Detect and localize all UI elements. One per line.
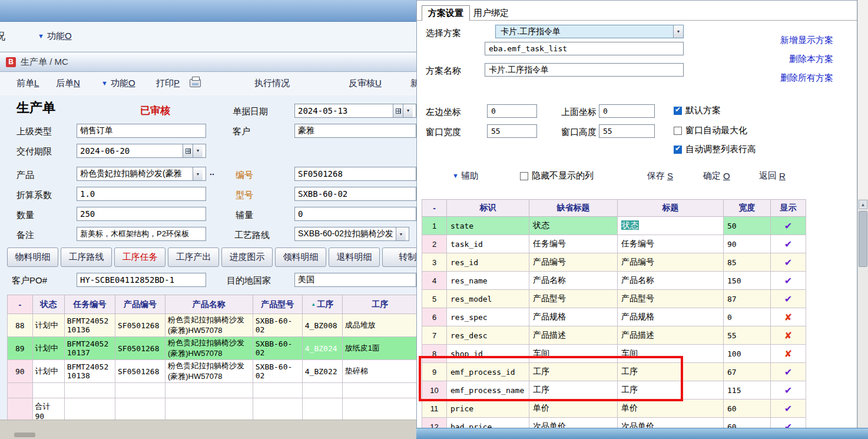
tab-progress-chart[interactable]: 进度图示 (221, 247, 273, 267)
state-cell[interactable]: 计划中 (32, 360, 64, 383)
menu-item-function[interactable]: ▼功能O (101, 78, 135, 89)
dropdown-arrow-button[interactable]: ▼ (403, 104, 413, 117)
res-name-cell[interactable]: 粉色贵妃拉扣躺椅沙发(豪雅)HW57078 (165, 314, 253, 337)
title-cell[interactable]: 产品规格 (618, 308, 724, 326)
scrollbar-thumb[interactable] (859, 211, 867, 267)
scheme-name-input[interactable]: 卡片.工序指令单 (485, 63, 684, 77)
window-height-input[interactable]: 55 (599, 124, 655, 138)
horizontal-scrollbar-thumb[interactable] (14, 433, 35, 437)
tab-process-task[interactable]: 工序任务 (114, 247, 165, 267)
assist-menu-button[interactable]: ▼ 辅助 (452, 170, 479, 181)
header-process-sorted[interactable]: ▲工序 (302, 295, 342, 314)
display-flag-cell[interactable] (771, 290, 806, 308)
default-title-cell[interactable]: 产品描述 (529, 326, 618, 345)
identifier-cell[interactable]: res_spec (447, 308, 529, 326)
grid-row[interactable]: 6 res_spec 产品规格 产品规格 0 (422, 308, 806, 326)
confirm-button[interactable]: 确定O (703, 170, 730, 181)
vertical-scrollbar[interactable]: ▲ (857, 0, 868, 439)
state-cell[interactable]: 计划中 (32, 314, 64, 337)
display-flag-cell[interactable] (771, 326, 806, 345)
menu-item-print[interactable]: 打印P (156, 78, 180, 89)
identifier-cell[interactable]: task_id (447, 235, 529, 253)
header-dash[interactable]: - (422, 200, 447, 217)
width-cell[interactable]: 150 (724, 272, 771, 290)
code-input[interactable]: SF0501268 (294, 167, 416, 181)
row-number[interactable]: 1 (422, 217, 447, 235)
row-number[interactable]: 88 (8, 314, 33, 337)
grid-row[interactable]: 4 res_name 产品名称 产品名称 150 (422, 272, 806, 290)
display-flag-cell[interactable] (771, 235, 806, 253)
display-flag-cell[interactable] (771, 363, 806, 381)
header-identifier[interactable]: 标识 (447, 200, 529, 217)
header-task-id[interactable]: 任务编号 (64, 295, 115, 314)
grid-row-selected[interactable]: 1 state 状态 状态 50 (422, 217, 806, 235)
tab-picking-detail[interactable]: 领料明细 (275, 247, 326, 267)
row-number[interactable]: 8 (422, 345, 447, 363)
table-name-input[interactable]: eba.emf_task_list (485, 42, 684, 55)
grid-row[interactable]: 3 res_id 产品编号 产品编号 85 (422, 253, 806, 272)
return-button[interactable]: 返回R (759, 170, 786, 181)
tab-material-detail[interactable]: 物料明细 (7, 247, 58, 267)
res-name-cell[interactable]: 粉色贵妃拉扣躺椅沙发(豪雅)HW57078 (165, 360, 253, 383)
delete-this-scheme-link[interactable]: 删除本方案 (780, 54, 833, 65)
table-row[interactable]: 90 计划中 BFMT2405210138 SF0501268 粉色贵妃拉扣躺椅… (8, 360, 418, 383)
product-more-button[interactable]: .. (210, 167, 214, 177)
display-flag-cell[interactable] (771, 345, 806, 363)
menu-item-function-top[interactable]: ▼ 功能O (38, 31, 72, 42)
title-cell[interactable]: 产品编号 (618, 253, 724, 272)
res-model-cell[interactable]: SXBB-60-02 (253, 337, 302, 360)
tab-transfer-clipped[interactable]: 转制 (382, 247, 418, 267)
tab-process-route[interactable]: 工序路线 (61, 247, 112, 267)
row-number[interactable]: 2 (422, 235, 447, 253)
scheme-select[interactable]: 卡片.工序指令单 ▼ (495, 25, 684, 38)
scroll-up-button[interactable]: ▲ (859, 200, 867, 209)
default-title-cell[interactable]: 产品规格 (529, 308, 618, 326)
menu-item-unaudit[interactable]: 反审核U (349, 78, 382, 89)
header-title[interactable]: 标题 (618, 200, 724, 217)
default-title-cell[interactable]: 产品型号 (529, 290, 618, 308)
process-name-cell[interactable]: 垫碎棉 (342, 360, 418, 383)
process-name-cell[interactable]: 放纸皮1面 (342, 337, 418, 360)
identifier-cell[interactable]: price (447, 400, 529, 418)
po-input[interactable]: HY-SCBE04112852BD-1 (77, 273, 206, 287)
res-id-cell[interactable]: SF0501268 (115, 337, 165, 360)
grid-row-highlighted[interactable]: 9 emf_process_id 工序 工序 67 (422, 363, 806, 381)
add-display-scheme-link[interactable]: 新增显示方案 (780, 35, 833, 46)
res-model-cell[interactable]: SXBB-60-02 (253, 360, 302, 383)
header-process-name[interactable]: 工序 (342, 295, 418, 314)
factor-input[interactable]: 1.0 (77, 187, 206, 201)
row-number[interactable]: 5 (422, 290, 447, 308)
process-id-cell[interactable]: 4_BZ008 (302, 314, 342, 337)
grid-row[interactable]: 5 res_model 产品型号 产品型号 87 (422, 290, 806, 308)
row-number[interactable]: 10 (422, 381, 447, 400)
grid-row[interactable]: 7 res_desc 产品描述 产品描述 55 (422, 326, 806, 345)
row-number[interactable]: 9 (422, 363, 447, 381)
calendar-picker-button[interactable] (393, 104, 403, 117)
identifier-cell[interactable]: res_id (447, 253, 529, 272)
tab-scheme-settings[interactable]: 方案设置 (422, 5, 470, 21)
header-res-model[interactable]: 产品型号 (253, 295, 302, 314)
table-row-selected[interactable]: 89 计划中 BFMT2405210137 SF0501268 粉色贵妃拉扣躺椅… (8, 337, 418, 360)
dropdown-arrow-button[interactable]: ▼ (193, 167, 203, 180)
identifier-cell[interactable]: res_model (447, 290, 529, 308)
window-width-input[interactable]: 55 (487, 124, 537, 138)
width-cell[interactable]: 90 (724, 235, 771, 253)
route-select[interactable]: SXBB-60-02拉扣躺椅沙发 ▼ (294, 227, 409, 241)
title-cell-editing[interactable]: 状态 (618, 217, 724, 235)
header-default-title[interactable]: 缺省标题 (529, 200, 618, 217)
res-id-cell[interactable]: SF0501268 (115, 360, 165, 383)
delete-all-schemes-link[interactable]: 删除所有方案 (780, 72, 833, 84)
row-number[interactable]: 6 (422, 308, 447, 326)
customer-input[interactable]: 豪雅 (294, 124, 416, 138)
default-title-cell[interactable]: 车间 (529, 345, 618, 363)
title-cell[interactable]: 产品描述 (618, 326, 724, 345)
table-row[interactable]: 88 计划中 BFMT2405210136 SF0501268 粉色贵妃拉扣躺椅… (8, 314, 418, 337)
row-number[interactable]: 7 (422, 326, 447, 345)
menu-item-next-doc[interactable]: 后单N (56, 78, 80, 89)
tab-process-output[interactable]: 工序产出 (168, 247, 219, 267)
title-cell[interactable]: 产品名称 (618, 272, 724, 290)
menu-item-prev-doc[interactable]: 前单L (16, 78, 39, 89)
display-flag-cell[interactable] (771, 217, 806, 235)
dropdown-arrow-button[interactable]: ▼ (673, 25, 683, 38)
res-name-cell[interactable]: 粉色贵妃拉扣躺椅沙发(豪雅)HW57078 (165, 337, 253, 360)
